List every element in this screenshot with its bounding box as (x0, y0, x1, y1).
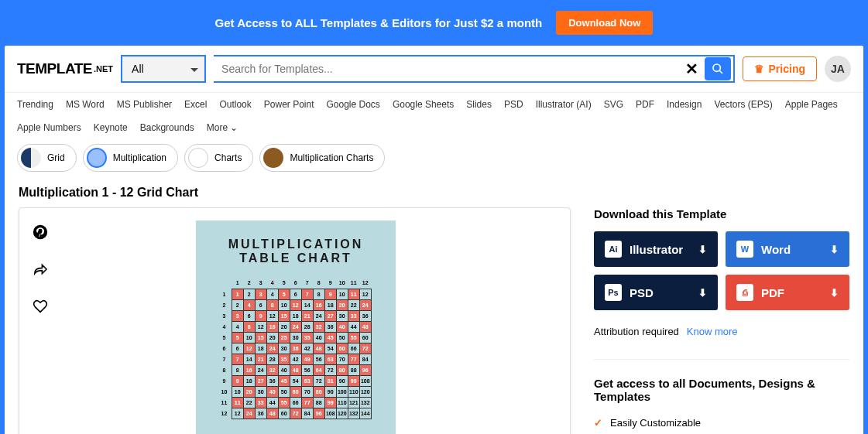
tab-vectors-eps-[interactable]: Vectors (EPS) (714, 99, 772, 110)
tab-keynote[interactable]: Keynote (94, 122, 128, 133)
search-input[interactable] (214, 63, 681, 75)
download-icon: ⬇ (698, 287, 707, 299)
features-heading: Get access to all Documents, Designs & T… (594, 377, 849, 403)
promo-download-button[interactable]: Download Now (556, 11, 653, 35)
feature-item: Easily Customizable (594, 412, 849, 433)
category-select[interactable]: All (121, 55, 206, 83)
download-icon: ⬇ (830, 287, 839, 299)
promo-banner: Get Access to ALL Templates & Editors fo… (5, 0, 863, 46)
tab-psd[interactable]: PSD (504, 99, 523, 110)
svg-point-2 (33, 225, 47, 239)
svg-line-1 (719, 70, 722, 73)
download-word-button[interactable]: WWord⬇ (726, 231, 849, 267)
tab-pdf[interactable]: PDF (636, 99, 654, 110)
template-preview: MULTIPLICATION TABLE CHART 1234567891011… (196, 220, 396, 434)
tab-indesign[interactable]: Indesign (667, 99, 702, 110)
tab-svg[interactable]: SVG (604, 99, 623, 110)
download-icon: ⬇ (698, 244, 707, 255)
tab-slides[interactable]: Slides (466, 99, 492, 110)
word-icon: W (736, 241, 753, 258)
chip-thumb (188, 148, 208, 168)
download-heading: Download this Template (594, 207, 849, 220)
chip-grid[interactable]: Grid (17, 144, 77, 172)
tab-backgrounds[interactable]: Backgrounds (140, 122, 194, 133)
download-pdf-button[interactable]: ⎙PDF⬇ (726, 275, 849, 310)
filter-chips: GridMultiplicationChartsMultiplication C… (5, 139, 863, 184)
tab-outlook[interactable]: Outlook (219, 99, 251, 110)
psd-icon: Ps (605, 284, 622, 301)
tab-power-point[interactable]: Power Point (264, 99, 314, 110)
know-more-link[interactable]: Know more (687, 326, 738, 337)
chip-charts[interactable]: Charts (184, 144, 253, 172)
chip-thumb (21, 148, 41, 168)
tab-illustrator-ai-[interactable]: Illustrator (AI) (536, 99, 592, 110)
pdf-icon: ⎙ (736, 284, 753, 301)
tab-excel[interactable]: Excel (184, 99, 207, 110)
crown-icon: ♛ (754, 63, 764, 75)
download-psd-button[interactable]: PsPSD⬇ (594, 275, 718, 310)
search-button[interactable] (705, 57, 731, 80)
tab-trending[interactable]: Trending (17, 99, 53, 110)
clear-icon[interactable]: ✕ (682, 60, 702, 78)
tab-apple-pages[interactable]: Apple Pages (785, 99, 838, 110)
top-bar: TEMPLATE.NET All ✕ ♛ Pricing JA (5, 46, 863, 93)
pricing-button[interactable]: ♛ Pricing (743, 56, 817, 81)
tab-apple-numbers[interactable]: Apple Numbers (17, 122, 81, 133)
svg-point-0 (713, 64, 720, 71)
tab-google-docs[interactable]: Google Docs (327, 99, 380, 110)
download-icon: ⬇ (830, 244, 839, 255)
pinterest-icon[interactable] (32, 224, 49, 241)
download-illustrator-button[interactable]: AiIllustrator⬇ (594, 231, 718, 267)
chip-thumb (263, 148, 283, 168)
brand-logo[interactable]: TEMPLATE.NET (17, 60, 113, 77)
category-tabs: TrendingMS WordMS PublisherExcelOutlookP… (5, 93, 863, 139)
user-avatar[interactable]: JA (825, 56, 851, 82)
tab-google-sheets[interactable]: Google Sheets (393, 99, 454, 110)
tab-more-[interactable]: More ⌄ (207, 122, 238, 133)
share-icon[interactable] (32, 261, 49, 278)
chip-multiplication-charts[interactable]: Multiplication Charts (259, 144, 385, 172)
tab-ms-word[interactable]: MS Word (66, 99, 105, 110)
chip-thumb (87, 148, 107, 168)
chip-multiplication[interactable]: Multiplication (83, 144, 178, 172)
search-icon (712, 63, 724, 75)
attribution-note: Attribution required Know more (594, 323, 849, 360)
template-preview-card: MULTIPLICATION TABLE CHART 1234567891011… (19, 207, 571, 434)
page-title: Multiplication 1 - 12 Grid Chart (5, 184, 863, 207)
multiplication-grid: 1234567891011121123456789101112224681012… (220, 278, 372, 419)
promo-text: Get Access to ALL Templates & Editors fo… (215, 16, 543, 29)
heart-icon[interactable] (32, 298, 49, 315)
search-bar: ✕ (214, 55, 734, 83)
illustrator-icon: Ai (605, 241, 622, 258)
tab-ms-publisher[interactable]: MS Publisher (117, 99, 172, 110)
